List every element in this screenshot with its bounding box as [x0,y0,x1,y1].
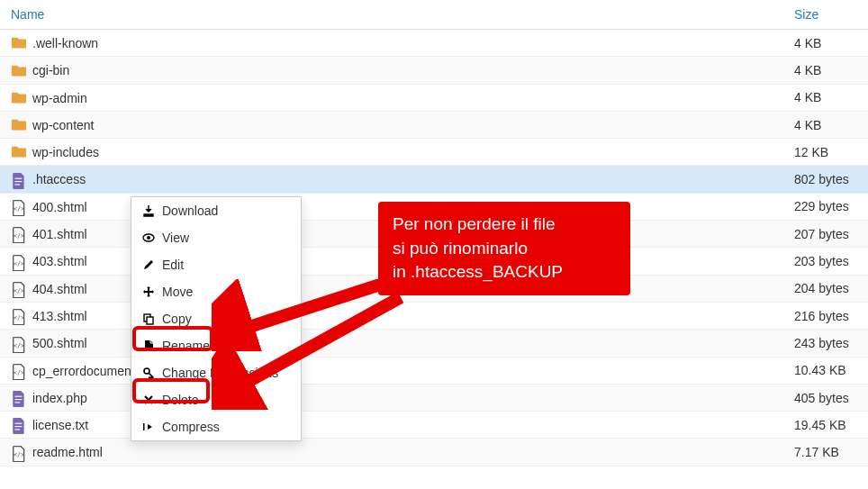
file-size: 229 bytes [783,193,868,220]
svg-rect-2 [15,184,21,185]
file-icon: </> [11,227,27,241]
menu-label: Change Permissions [162,366,278,380]
file-name: .well-known [32,36,98,50]
svg-rect-20 [147,317,153,324]
menu-label: Edit [162,258,184,272]
svg-point-18 [147,236,150,240]
context-menu: DownloadViewEditMoveCopyRenameChange Per… [131,196,302,441]
file-name: index.php [32,391,87,405]
menu-label: View [162,231,189,245]
file-size: 4 KB [783,57,868,84]
menu-item-download[interactable]: Download [131,197,301,224]
menu-label: Download [162,204,218,218]
file-size: 207 bytes [783,221,868,248]
svg-text:</>: </> [14,205,24,213]
compress-icon [142,421,155,433]
table-row[interactable]: wp-includes12 KB [0,139,868,166]
file-size: 4 KB [783,30,868,57]
file-icon: </> [11,255,27,269]
menu-item-rename[interactable]: Rename [131,332,301,359]
file-name: 401.shtml [32,227,87,241]
folder-icon [11,36,27,50]
table-row[interactable]: wp-admin4 KB [0,84,868,111]
table-row[interactable]: wp-content4 KB [0,111,868,138]
file-name: 404.shtml [32,282,87,296]
menu-label: Delete [162,393,198,407]
menu-label: Copy [162,312,192,326]
table-header: Name Size [0,0,868,30]
permissions-icon [142,367,155,379]
file-name: license.txt [32,418,88,432]
file-size: 405 bytes [783,384,868,411]
file-name: cgi-bin [32,64,69,78]
folder-icon [11,91,27,105]
menu-label: Move [162,285,193,299]
view-icon [142,231,155,244]
menu-item-view[interactable]: View [131,224,301,251]
svg-text:</>: </> [14,342,24,349]
file-name: wp-admin [32,91,87,105]
file-icon: </> [11,364,27,378]
annotation-callout: Per non perdere il file si può rinominar… [378,202,630,295]
svg-rect-22 [143,423,145,430]
file-name: 500.shtml [32,337,87,351]
menu-item-permissions[interactable]: Change Permissions [131,359,301,386]
svg-rect-14 [15,426,23,427]
callout-line: in .htaccess_BACKUP [393,260,616,285]
menu-label: Rename [162,339,210,353]
svg-rect-1 [15,181,23,182]
file-size: 204 bytes [783,275,868,302]
file-size: 4 KB [783,84,868,111]
svg-text:</>: </> [14,451,24,458]
file-size: 10.43 KB [783,357,868,384]
file-name: 413.shtml [32,309,87,323]
svg-rect-11 [15,399,23,400]
folder-icon [11,64,27,78]
file-name: 400.shtml [32,200,87,214]
file-size: 203 bytes [783,248,868,275]
table-row[interactable]: </>readme.html7.17 KB [0,439,868,466]
callout-line: si può rinominarlo [393,237,616,261]
svg-rect-12 [15,403,21,403]
menu-item-compress[interactable]: Compress [131,413,301,440]
file-size: 7.17 KB [783,439,868,466]
download-icon [142,204,155,217]
file-icon [11,391,27,405]
svg-text:</>: </> [14,369,24,376]
menu-item-edit[interactable]: Edit [131,251,301,278]
file-icon: </> [11,337,27,351]
svg-text:</>: </> [14,260,24,267]
menu-label: Compress [162,420,220,434]
rename-icon [142,340,155,352]
file-name: readme.html [32,446,103,460]
file-name: wp-content [32,118,94,132]
column-size[interactable]: Size [783,0,868,30]
delete-icon [142,394,155,406]
table-row[interactable]: .htaccess802 bytes [0,166,868,193]
svg-rect-10 [15,396,23,397]
svg-text:</>: </> [14,233,24,240]
folder-icon [11,145,27,159]
copy-icon [142,312,155,325]
file-size: 12 KB [783,139,868,166]
file-icon [11,418,27,432]
table-row[interactable]: .well-known4 KB [0,30,868,57]
menu-item-move[interactable]: Move [131,278,301,305]
table-row[interactable]: cgi-bin4 KB [0,57,868,84]
file-icon: </> [11,309,27,323]
svg-rect-0 [15,177,23,178]
column-name[interactable]: Name [0,0,783,30]
move-icon [142,285,155,298]
file-size: 802 bytes [783,166,868,193]
svg-text:</>: </> [14,287,24,294]
svg-rect-15 [15,430,21,430]
callout-line: Per non perdere il file [393,213,616,237]
file-name: 403.shtml [32,255,87,269]
menu-item-copy[interactable]: Copy [131,305,301,332]
file-icon: </> [11,200,27,214]
menu-item-delete[interactable]: Delete [131,386,301,413]
file-size: 19.45 KB [783,412,868,439]
edit-icon [142,258,155,271]
folder-icon [11,118,27,132]
svg-rect-13 [15,423,23,424]
